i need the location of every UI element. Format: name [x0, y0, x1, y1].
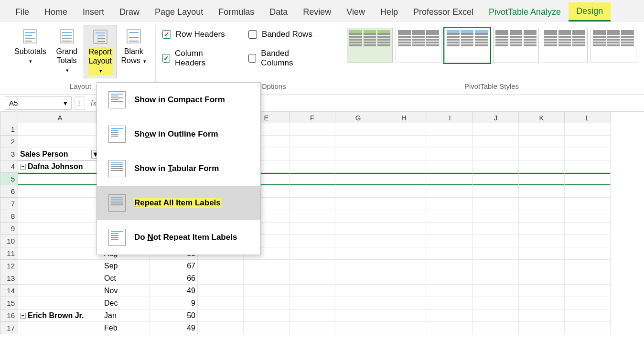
cell[interactable] — [290, 309, 335, 322]
cell[interactable] — [198, 322, 244, 334]
cell[interactable] — [473, 123, 519, 136]
cell[interactable] — [519, 160, 565, 173]
cell[interactable] — [565, 123, 611, 136]
cell[interactable] — [335, 272, 381, 285]
cell[interactable] — [427, 160, 473, 173]
tab-page-layout[interactable]: Page Layout — [147, 3, 211, 21]
blank-rows-button[interactable]: BlankRows — [117, 25, 150, 68]
row-header[interactable]: 3 — [0, 148, 18, 160]
cell[interactable] — [290, 185, 335, 198]
menu-show-outline[interactable]: Show in Outline Form — [97, 117, 260, 151]
cell[interactable] — [473, 247, 519, 260]
row-header[interactable]: 15 — [0, 297, 18, 309]
cell[interactable] — [335, 309, 381, 322]
cell[interactable] — [198, 272, 244, 285]
style-thumb[interactable] — [347, 28, 393, 63]
column-header[interactable]: J — [473, 112, 519, 123]
cell[interactable] — [335, 235, 381, 247]
grand-totals-button[interactable]: GrandTotals — [50, 25, 84, 77]
cell[interactable] — [335, 297, 381, 309]
cell[interactable] — [290, 210, 335, 223]
column-headers-checkbox[interactable]: Column Headers — [161, 44, 237, 73]
cell[interactable] — [473, 235, 519, 247]
cell[interactable] — [427, 148, 473, 160]
cell[interactable]: −Erich Brown Jr. — [18, 309, 102, 322]
cell[interactable] — [473, 297, 519, 309]
cell[interactable] — [519, 173, 565, 185]
cell[interactable] — [290, 123, 335, 136]
menu-icon[interactable]: ⋮ — [75, 96, 85, 110]
row-header[interactable]: 10 — [0, 235, 18, 247]
cell[interactable] — [473, 260, 519, 272]
cell[interactable] — [427, 285, 473, 297]
cell[interactable] — [565, 247, 611, 260]
cell[interactable] — [290, 260, 335, 272]
cell[interactable] — [519, 285, 565, 297]
cell[interactable] — [473, 223, 519, 235]
cell[interactable] — [565, 198, 611, 210]
cell[interactable] — [519, 322, 565, 334]
cell[interactable]: 50 — [150, 309, 198, 322]
cell[interactable]: Jan — [102, 309, 150, 322]
cell[interactable] — [244, 285, 290, 297]
cell[interactable] — [290, 136, 335, 148]
cell[interactable] — [290, 148, 335, 160]
cell[interactable] — [290, 235, 335, 247]
cell[interactable] — [244, 272, 290, 285]
row-header[interactable]: 11 — [0, 247, 18, 260]
cell[interactable] — [381, 223, 427, 235]
cell[interactable] — [335, 123, 381, 136]
cell[interactable] — [519, 198, 565, 210]
cell[interactable] — [18, 173, 102, 185]
collapse-icon[interactable]: − — [20, 313, 26, 319]
row-header[interactable]: 2 — [0, 136, 18, 148]
cell[interactable] — [335, 198, 381, 210]
cell[interactable] — [335, 285, 381, 297]
cell[interactable] — [565, 148, 611, 160]
tab-design[interactable]: Design — [569, 2, 611, 21]
cell[interactable] — [198, 260, 244, 272]
column-header[interactable]: A — [18, 112, 102, 123]
cell[interactable] — [427, 123, 473, 136]
column-header[interactable]: F — [290, 112, 335, 123]
cell[interactable] — [473, 272, 519, 285]
cell[interactable] — [519, 136, 565, 148]
cell[interactable] — [427, 297, 473, 309]
cell[interactable] — [18, 260, 102, 272]
cell[interactable] — [519, 260, 565, 272]
row-header[interactable]: 17 — [0, 322, 18, 334]
cell[interactable] — [519, 223, 565, 235]
cell[interactable] — [290, 297, 335, 309]
cell[interactable] — [565, 260, 611, 272]
row-header[interactable]: 13 — [0, 272, 18, 285]
style-thumb[interactable] — [493, 28, 539, 63]
cell[interactable] — [335, 247, 381, 260]
cell[interactable] — [290, 160, 335, 173]
cell[interactable] — [473, 136, 519, 148]
cell[interactable] — [381, 148, 427, 160]
cell[interactable] — [565, 285, 611, 297]
name-box[interactable]: A5▾ — [5, 96, 72, 110]
cell[interactable] — [18, 198, 102, 210]
cell[interactable] — [473, 148, 519, 160]
cell[interactable]: 67 — [150, 260, 198, 272]
cell[interactable] — [198, 297, 244, 309]
select-all-corner[interactable] — [0, 112, 18, 123]
cell[interactable] — [381, 297, 427, 309]
style-thumb[interactable] — [396, 28, 441, 63]
cell[interactable] — [565, 309, 611, 322]
cell[interactable] — [381, 123, 427, 136]
tab-formulas[interactable]: Formulas — [211, 3, 262, 21]
cell[interactable] — [335, 185, 381, 198]
tab-help[interactable]: Help — [373, 3, 406, 21]
cell[interactable] — [473, 322, 519, 334]
cell[interactable] — [473, 198, 519, 210]
cell[interactable] — [335, 322, 381, 334]
pivottable-styles-gallery[interactable] — [344, 25, 639, 66]
cell[interactable] — [290, 322, 335, 334]
cell[interactable] — [473, 309, 519, 322]
row-header[interactable]: 4 — [0, 160, 18, 173]
tab-insert[interactable]: Insert — [75, 3, 112, 21]
tab-review[interactable]: Review — [295, 3, 339, 21]
cell[interactable] — [519, 247, 565, 260]
